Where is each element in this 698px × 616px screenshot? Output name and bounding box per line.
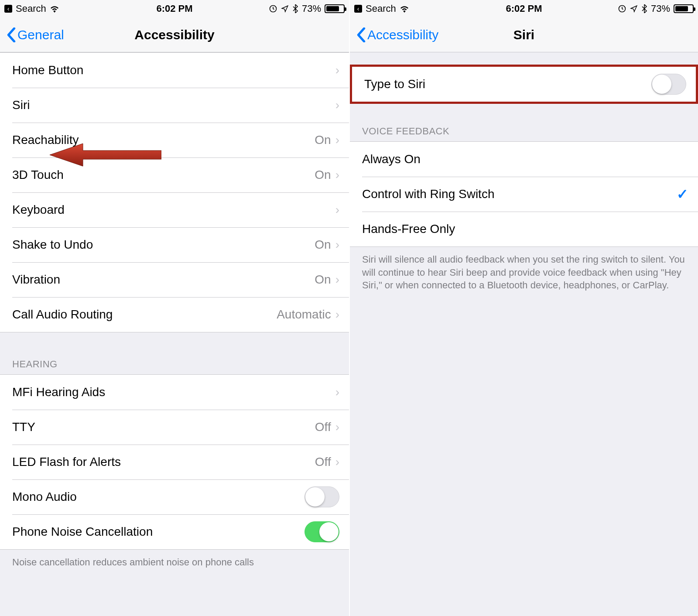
row-detail: Off xyxy=(315,455,331,469)
status-back-label[interactable]: Search xyxy=(16,3,46,14)
chevron-right-icon: › xyxy=(335,455,339,469)
chevron-right-icon: › xyxy=(335,238,339,252)
bluetooth-icon xyxy=(641,4,647,13)
row-tty[interactable]: TTY Off › xyxy=(0,410,349,445)
section-header-hearing: Hearing xyxy=(0,359,349,374)
row-vf-hands-free[interactable]: Hands-Free Only xyxy=(350,212,698,246)
row-label: Type to Siri xyxy=(364,77,651,91)
location-icon xyxy=(281,5,289,13)
row-label: Keyboard xyxy=(12,203,335,217)
row-label: LED Flash for Alerts xyxy=(12,455,315,469)
row-detail: On xyxy=(315,273,331,287)
location-icon xyxy=(630,5,638,13)
row-detail: On xyxy=(315,238,331,252)
row-detail: On xyxy=(315,133,331,147)
row-detail: Off xyxy=(315,420,331,434)
row-phone-noise-cancellation: Phone Noise Cancellation xyxy=(0,514,349,549)
chevron-right-icon: › xyxy=(335,133,339,147)
row-detail: On xyxy=(315,168,331,182)
annotation-highlight: Type to Siri xyxy=(350,65,698,104)
bluetooth-icon xyxy=(292,4,298,13)
row-label: Hands-Free Only xyxy=(362,222,688,236)
noise-cancel-footer: Noise cancellation reduces ambient noise… xyxy=(0,550,349,569)
nav-bar: General Accessibility xyxy=(0,17,349,52)
row-label: Phone Noise Cancellation xyxy=(12,525,305,539)
voice-feedback-footer: Siri will silence all audio feedback whe… xyxy=(350,247,698,292)
wifi-icon xyxy=(400,5,409,13)
chevron-left-icon xyxy=(7,27,16,42)
nav-back-button[interactable]: Accessibility xyxy=(357,27,438,42)
row-3d-touch[interactable]: 3D Touch On › xyxy=(0,157,349,192)
row-label: Siri xyxy=(12,98,335,112)
section-header-voice-feedback: Voice Feedback xyxy=(350,126,698,141)
battery-percent: 73% xyxy=(302,3,321,14)
nav-back-label: Accessibility xyxy=(367,27,438,42)
row-siri[interactable]: Siri › xyxy=(0,88,349,123)
rotation-lock-icon xyxy=(618,4,626,13)
chevron-right-icon: › xyxy=(335,308,339,322)
chevron-right-icon: › xyxy=(335,168,339,182)
mono-audio-toggle[interactable] xyxy=(305,486,339,507)
row-label: Home Button xyxy=(12,63,335,77)
row-shake-to-undo[interactable]: Shake to Undo On › xyxy=(0,227,349,262)
row-label: 3D Touch xyxy=(12,168,315,182)
row-detail: Automatic xyxy=(277,308,331,322)
battery-icon xyxy=(325,4,345,13)
interaction-list: Home Button › Siri › Reachability On › 3… xyxy=(0,52,349,332)
chevron-right-icon: › xyxy=(335,273,339,287)
row-type-to-siri: Type to Siri xyxy=(352,67,696,102)
row-led-flash[interactable]: LED Flash for Alerts Off › xyxy=(0,445,349,479)
chevron-right-icon: › xyxy=(335,420,339,434)
wifi-icon xyxy=(50,5,59,13)
nav-back-button[interactable]: General xyxy=(7,27,64,42)
row-label: MFi Hearing Aids xyxy=(12,385,335,399)
voice-feedback-list: Always On Control with Ring Switch ✓ Han… xyxy=(350,141,698,247)
row-label: Always On xyxy=(362,152,688,166)
row-vf-ring-switch[interactable]: Control with Ring Switch ✓ xyxy=(350,177,698,212)
checkmark-icon: ✓ xyxy=(677,186,688,202)
rotation-lock-icon xyxy=(269,4,277,13)
chevron-right-icon: › xyxy=(335,98,339,112)
status-back-icon[interactable]: ‹ xyxy=(354,5,362,13)
row-reachability[interactable]: Reachability On › xyxy=(0,123,349,157)
screen-siri: ‹ Search 6:02 PM 73% xyxy=(349,0,698,616)
status-bar: ‹ Search 6:02 PM 73% xyxy=(0,0,349,17)
screen-accessibility: ‹ Search 6:02 PM 73% xyxy=(0,0,349,616)
row-mfi-hearing-aids[interactable]: MFi Hearing Aids › xyxy=(0,375,349,410)
noise-cancellation-toggle[interactable] xyxy=(305,521,339,542)
status-bar: ‹ Search 6:02 PM 73% xyxy=(350,0,698,17)
type-to-siri-toggle[interactable] xyxy=(651,74,686,95)
hearing-list: MFi Hearing Aids › TTY Off › LED Flash f… xyxy=(0,374,349,550)
row-label: TTY xyxy=(12,420,315,434)
battery-icon xyxy=(674,4,694,13)
row-vibration[interactable]: Vibration On › xyxy=(0,262,349,297)
row-label: Control with Ring Switch xyxy=(362,187,677,201)
row-label: Vibration xyxy=(12,273,315,287)
chevron-right-icon: › xyxy=(335,63,339,77)
row-mono-audio: Mono Audio xyxy=(0,479,349,514)
row-label: Mono Audio xyxy=(12,490,305,504)
status-back-label[interactable]: Search xyxy=(366,3,396,14)
nav-back-label: General xyxy=(17,27,64,42)
status-back-icon[interactable]: ‹ xyxy=(4,5,12,13)
row-home-button[interactable]: Home Button › xyxy=(0,53,349,88)
row-label: Reachability xyxy=(12,133,315,147)
chevron-right-icon: › xyxy=(335,385,339,399)
row-keyboard[interactable]: Keyboard › xyxy=(0,192,349,227)
chevron-right-icon: › xyxy=(335,203,339,217)
row-label: Call Audio Routing xyxy=(12,308,277,322)
chevron-left-icon xyxy=(357,27,366,42)
nav-bar: Accessibility Siri xyxy=(350,17,698,52)
row-label: Shake to Undo xyxy=(12,238,315,252)
row-call-audio-routing[interactable]: Call Audio Routing Automatic › xyxy=(0,297,349,332)
row-vf-always-on[interactable]: Always On xyxy=(350,142,698,177)
battery-percent: 73% xyxy=(651,3,670,14)
